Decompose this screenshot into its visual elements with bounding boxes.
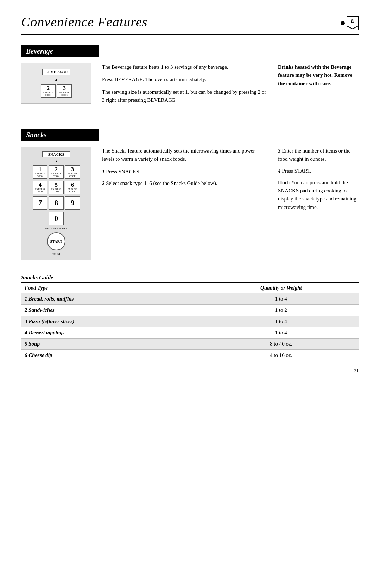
snacks-step1-num: 1 xyxy=(102,169,105,174)
snacks-step-2: 2 Select snack type 1–6 (see the Snacks … xyxy=(102,179,267,187)
snacks-step-1: 1 Press SNACKS. xyxy=(102,168,267,176)
page-header: Convenience Features E xyxy=(21,14,359,35)
food-type-cell: 4 Dessert toppings xyxy=(21,327,203,339)
display-on-off-label: DISPLAY ON/OFF xyxy=(45,227,67,230)
beverage-key-2: 2 EXPRESS COOK xyxy=(41,84,56,98)
food-type-cell: 3 Pizza (leftover slices) xyxy=(21,316,203,327)
snacks-para1: The Snacks feature automatically sets th… xyxy=(102,147,267,163)
table-row: 6 Cheese dip4 to 16 oz. xyxy=(21,350,359,361)
snacks-guide: Snacks Guide Food Type Quantity or Weigh… xyxy=(21,274,359,361)
beverage-key-row: 2 EXPRESS COOK 3 EXPRESS COOK xyxy=(41,84,72,98)
beverage-title: Beverage xyxy=(21,45,99,57)
page-title: Convenience Features xyxy=(21,14,147,30)
food-type-cell: 2 Sandwiches xyxy=(21,305,203,316)
col-qty-weight: Quantity or Weight xyxy=(203,283,359,293)
beverage-section: Beverage BEVERAGE ▲ 2 EXPRESS COOK 3 EXP… xyxy=(21,45,359,109)
qty-cell: 1 to 4 xyxy=(203,327,359,339)
hint-label: Hint: xyxy=(278,180,290,185)
snacks-key-7: 7 xyxy=(33,196,48,210)
snacks-step4-num: 4 xyxy=(278,168,282,174)
beverage-note-col: Drinks heated with the Beverage feature … xyxy=(278,63,359,109)
qty-cell: 4 to 16 oz. xyxy=(203,350,359,361)
snacks-text-col: The Snacks feature automatically sets th… xyxy=(102,147,267,260)
snacks-title-bar: Snacks xyxy=(21,129,359,147)
snacks-step-3: 3 Enter the number of items or the food … xyxy=(278,147,359,163)
beverage-para1: The Beverage feature heats 1 to 3 servin… xyxy=(102,63,267,71)
table-row: 3 Pizza (leftover slices)1 to 4 xyxy=(21,316,359,327)
snacks-key-0: 0 xyxy=(49,212,64,225)
col-food-type: Food Type xyxy=(21,283,203,293)
snacks-key-1: 1 EXPRESS COOK xyxy=(33,165,48,179)
beverage-note: Drinks heated with the Beverage feature … xyxy=(278,63,359,88)
snacks-key-5: 5 EXPRESS COOK xyxy=(49,181,64,194)
beverage-key-3: 3 EXPRESS COOK xyxy=(57,84,72,98)
snacks-content: SNACKS ▲ 1 EXPRESS COOK 2 EXPRESS COOK 3… xyxy=(21,147,359,260)
svg-text:E: E xyxy=(350,18,354,24)
header-icons: E xyxy=(341,16,359,30)
snacks-key-4: 4 EXPRESS COOK xyxy=(33,181,48,194)
beverage-para2: Press BEVERAGE. The oven starts immediat… xyxy=(102,75,267,83)
snacks-right-col: 3 Enter the number of items or the food … xyxy=(278,147,359,260)
snacks-step2-num: 2 xyxy=(102,180,105,186)
snacks-key-6: 6 EXPRESS COOK xyxy=(65,181,80,194)
beverage-keypad-image: BEVERAGE ▲ 2 EXPRESS COOK 3 EXPRESS COOK xyxy=(21,63,91,109)
food-type-cell: 1 Bread, rolls, muffins xyxy=(21,293,203,305)
key-3-num: 3 xyxy=(63,85,66,92)
qty-cell: 1 to 4 xyxy=(203,316,359,327)
beverage-arrow: ▲ xyxy=(55,78,58,81)
snacks-keypad-box: SNACKS ▲ 1 EXPRESS COOK 2 EXPRESS COOK 3… xyxy=(21,147,91,260)
hint-text: You can press and hold the SNACKS pad du… xyxy=(278,180,356,210)
qty-cell: 1 to 4 xyxy=(203,293,359,305)
snacks-step3-text: Enter the number of items or the food we… xyxy=(278,148,350,162)
beverage-para3: The serving size is automatically set at… xyxy=(102,88,267,105)
qty-cell: 1 to 2 xyxy=(203,305,359,316)
snacks-step4-text: Press START. xyxy=(282,168,311,174)
bookmark-icon: E xyxy=(346,16,359,30)
snacks-step1-text: Press SNACKS. xyxy=(106,169,140,174)
snacks-key-3: 3 EXPRESS COOK xyxy=(65,165,80,179)
snacks-row-3: 7 8 9 xyxy=(33,196,80,210)
beverage-keypad-box: BEVERAGE ▲ 2 EXPRESS COOK 3 EXPRESS COOK xyxy=(21,63,91,104)
snacks-row-2: 4 EXPRESS COOK 5 EXPRESS COOK 6 EXPRESS … xyxy=(33,181,80,194)
beverage-text-col: The Beverage feature heats 1 to 3 servin… xyxy=(102,63,267,109)
snacks-arrow: ▲ xyxy=(55,160,58,163)
snacks-keypad-image: SNACKS ▲ 1 EXPRESS COOK 2 EXPRESS COOK 3… xyxy=(21,147,91,260)
dot-icon xyxy=(341,21,345,25)
table-row: 1 Bread, rolls, muffins1 to 4 xyxy=(21,293,359,305)
table-row: 5 Soup8 to 40 oz. xyxy=(21,339,359,350)
food-type-cell: 5 Soup xyxy=(21,339,203,350)
page-number: 21 xyxy=(21,368,359,374)
snacks-keypad-label: SNACKS xyxy=(42,151,70,157)
snacks-key-2: 2 EXPRESS COOK xyxy=(49,165,64,179)
key-2-sub: EXPRESS COOK xyxy=(41,92,55,96)
snacks-table: Food Type Quantity or Weight 1 Bread, ro… xyxy=(21,282,359,361)
snacks-row-1: 1 EXPRESS COOK 2 EXPRESS COOK 3 EXPRESS … xyxy=(33,165,80,179)
beverage-keypad-label: BEVERAGE xyxy=(42,69,70,75)
snacks-key-8: 8 xyxy=(49,196,64,210)
snacks-divider xyxy=(21,123,359,123)
snacks-title: Snacks xyxy=(21,129,99,141)
table-row: 2 Sandwiches1 to 2 xyxy=(21,305,359,316)
beverage-content: BEVERAGE ▲ 2 EXPRESS COOK 3 EXPRESS COOK… xyxy=(21,63,359,109)
food-type-cell: 6 Cheese dip xyxy=(21,350,203,361)
snacks-step2-text: Select snack type 1–6 (see the Snacks Gu… xyxy=(106,180,217,186)
snacks-section: Snacks SNACKS ▲ 1 EXPRESS COOK 2 EXPRESS… xyxy=(21,129,359,260)
snacks-row-4: 0 xyxy=(49,212,64,225)
snacks-step-4: 4 Press START. xyxy=(278,167,359,175)
beverage-title-bar: Beverage xyxy=(21,45,359,63)
table-row: 4 Dessert toppings1 to 4 xyxy=(21,327,359,339)
qty-cell: 8 to 40 oz. xyxy=(203,339,359,350)
key-3-sub: EXPRESS COOK xyxy=(57,92,71,96)
pause-label: PAUSE xyxy=(51,253,61,256)
snacks-key-9: 9 xyxy=(65,196,80,210)
snacks-hint: Hint: You can press and hold the SNACKS … xyxy=(278,179,359,211)
snacks-guide-title: Snacks Guide xyxy=(21,274,359,281)
key-2-num: 2 xyxy=(47,85,50,92)
start-button[interactable]: START xyxy=(47,232,65,250)
snacks-step3-num: 3 xyxy=(278,148,282,154)
